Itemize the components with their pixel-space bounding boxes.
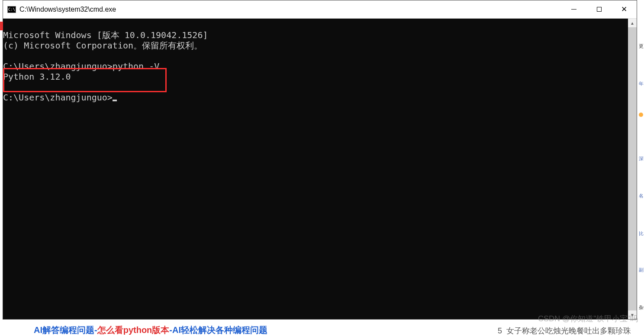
bottom-link[interactable]: AI解答编程问题-怎么看python版本-AI轻松解决各种编程问题 xyxy=(34,324,267,336)
sidebar-char: 名 xyxy=(638,188,644,191)
terminal-line: (c) Microsoft Corporation。保留所有权利。 xyxy=(3,40,203,51)
sidebar-char: 更 xyxy=(638,39,644,42)
terminal-content: Microsoft Windows [版本 10.0.19042.1526] (… xyxy=(3,19,637,113)
sidebar-char: 深 xyxy=(638,151,644,154)
maximize-icon xyxy=(597,7,602,12)
sidebar-char: 副 xyxy=(638,262,644,265)
terminal-body[interactable]: Microsoft Windows [版本 10.0.19042.1526] (… xyxy=(3,19,637,319)
close-button[interactable]: ✕ xyxy=(612,0,637,18)
terminal-line: Microsoft Windows [版本 10.0.19042.1526] xyxy=(3,30,208,40)
bottom-text-part2: 怎么看python版本 xyxy=(97,325,170,335)
window-title: C:\Windows\system32\cmd.exe xyxy=(19,6,561,13)
minimize-button[interactable] xyxy=(561,0,586,18)
window-controls: ✕ xyxy=(561,0,637,18)
terminal-line: Python 3.12.0 xyxy=(3,71,71,82)
scroll-up-arrow[interactable]: ▲ xyxy=(628,19,637,27)
sidebar-char: 比 xyxy=(638,225,644,229)
scroll-down-arrow[interactable]: ▼ xyxy=(628,310,637,319)
bottom-text-part3: -AI轻松解决各种编程问题 xyxy=(169,325,267,335)
bottom-text-part1: AI解答编程问题- xyxy=(34,325,97,335)
maximize-button[interactable] xyxy=(586,0,612,18)
scroll-thumb[interactable] xyxy=(628,27,637,310)
terminal-prompt: C:\Users\zhangjunguo> xyxy=(3,92,117,103)
cmd-icon: C:\ xyxy=(7,6,16,13)
scrollbar[interactable]: ▲ ▼ xyxy=(628,19,637,319)
right-sidebar: 更 年 深 名 比 副 杂 xyxy=(638,22,644,320)
cursor xyxy=(113,100,117,101)
close-icon: ✕ xyxy=(621,5,627,14)
sidebar-char: 年 xyxy=(638,76,644,79)
prompt-text: C:\Users\zhangjunguo> xyxy=(3,92,113,103)
sidebar-badge xyxy=(639,113,643,117)
left-edge-decoration xyxy=(0,22,3,30)
bottom-right-text: 女子称老公吃烛光晚餐吐出多颗珍珠 xyxy=(506,326,631,335)
titlebar[interactable]: C:\ C:\Windows\system32\cmd.exe ✕ xyxy=(3,0,637,19)
terminal-line: C:\Users\zhangjunguo>python -V xyxy=(3,61,159,71)
minimize-icon xyxy=(571,9,576,10)
cmd-window: C:\ C:\Windows\system32\cmd.exe ✕ Micros… xyxy=(3,0,637,320)
sidebar-char: 杂 xyxy=(638,299,644,303)
scroll-track[interactable] xyxy=(628,27,637,310)
bottom-right-num: 5 xyxy=(498,326,502,335)
bottom-right-link[interactable]: 5 女子称老公吃烛光晚餐吐出多颗珍珠 xyxy=(498,326,631,336)
